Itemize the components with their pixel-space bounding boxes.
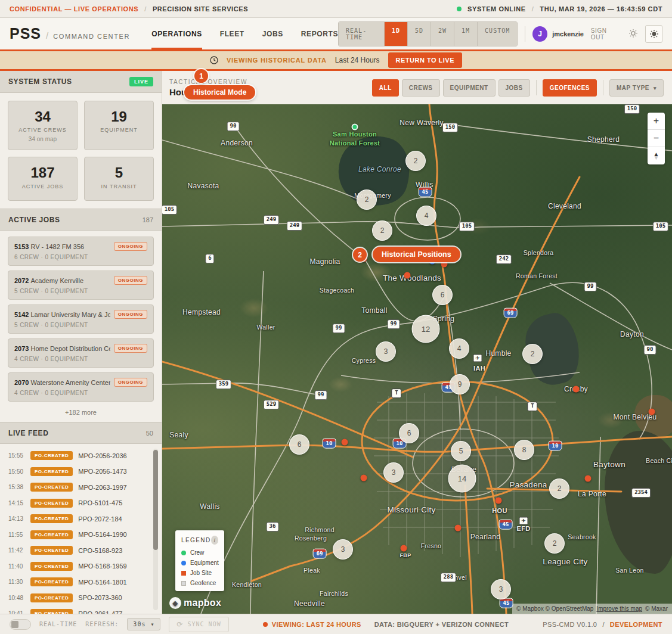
geofences-button[interactable]: GEOFENCES	[543, 79, 597, 97]
legend-item-job-site: Job Site	[181, 570, 218, 576]
feed-scrollbar-thumb[interactable]	[153, 450, 158, 550]
brightness-icon[interactable]	[628, 29, 638, 39]
system-status-title: SYSTEM STATUS	[8, 77, 72, 86]
job-marker[interactable]	[361, 475, 367, 481]
refresh-interval-select[interactable]: 30s ▾	[127, 618, 160, 630]
cluster-marker-4[interactable]: 4	[449, 338, 469, 359]
cluster-marker-2[interactable]: 2	[372, 220, 392, 241]
tab-reports[interactable]: REPORTS	[301, 18, 338, 49]
job-card[interactable]: 2072Academy KerrvilleONGOING5 CREW · 0 E…	[8, 271, 154, 300]
cluster-marker-2[interactable]: 2	[522, 344, 543, 364]
filter-equipment[interactable]: EQUIPMENT	[443, 79, 496, 97]
stat-value: 5	[88, 165, 150, 181]
feed-item[interactable]: 11:42PO-CREATEDCPO-5168-923	[8, 542, 148, 558]
job-id: 5142	[14, 311, 29, 318]
feed-item[interactable]: 10:41PO-CREATEDRPO-2061-477	[8, 605, 148, 614]
annotation-historical-positions: Historical Positions	[373, 247, 460, 262]
cluster-marker-5[interactable]: 5	[451, 441, 471, 461]
breadcrumb-separator: /	[144, 5, 147, 13]
feed-time: 14:13	[8, 515, 25, 522]
theme-toggle-button[interactable]	[645, 25, 662, 43]
improve-map-link[interactable]: Improve this map	[596, 605, 642, 612]
stat-label: EQUIPMENT	[88, 127, 150, 133]
jobs-more-link[interactable]: +182 more	[0, 406, 162, 422]
cluster-marker-2[interactable]: 2	[549, 478, 569, 499]
cluster-marker-2[interactable]: 2	[357, 189, 377, 210]
cluster-marker-3[interactable]: 3	[333, 539, 353, 560]
map-type-button[interactable]: MAP TYPE▾	[609, 79, 664, 97]
feed-item[interactable]: 14:13PO-CREATEDPPO-2072-184	[8, 511, 148, 527]
job-marker[interactable]	[649, 409, 655, 415]
cluster-marker-6[interactable]: 6	[289, 434, 309, 455]
feed-item[interactable]: 14:15PO-CREATEDRPO-5101-475	[8, 495, 148, 511]
time-range-custom[interactable]: CUSTOM	[478, 22, 517, 46]
return-to-live-button[interactable]: RETURN TO LIVE	[388, 52, 462, 68]
sign-out-button[interactable]: SIGN OUT	[591, 27, 621, 41]
realtime-toggle[interactable]	[10, 619, 31, 630]
cluster-marker-8[interactable]: 8	[514, 440, 534, 460]
username: jmckenzie	[552, 30, 584, 38]
tactical-overview-label: TACTICAL OVERVIEW	[169, 79, 247, 85]
filter-jobs[interactable]: JOBS	[498, 79, 530, 97]
environment-label: DEVELOPMENT	[610, 621, 662, 628]
cluster-marker-3[interactable]: 3	[491, 579, 511, 599]
legend-info-icon[interactable]: i	[211, 536, 218, 545]
feed-item[interactable]: 15:55PO-CREATEDMPO-2056-2036	[8, 447, 148, 464]
job-card[interactable]: 5153RV - 1482 FM 356ONGOING6 CREW · 0 EQ…	[8, 237, 154, 266]
job-marker[interactable]	[455, 525, 462, 532]
compass-button[interactable]: ▲▼	[648, 147, 665, 164]
live-feed-title: LIVE FEED	[8, 429, 48, 437]
job-marker[interactable]	[496, 498, 502, 504]
job-card[interactable]: 2070Waterstone Amenity CenterONGOING4 CR…	[8, 372, 154, 402]
time-range-2w[interactable]: 2W	[431, 22, 454, 46]
zoom-out-button[interactable]: −	[648, 130, 665, 147]
job-marker[interactable]	[401, 545, 407, 552]
cluster-marker-3[interactable]: 3	[376, 341, 396, 362]
filter-crews[interactable]: CREWS	[402, 79, 440, 97]
sync-now-button[interactable]: ⟳ SYNC NOW	[169, 617, 228, 632]
feed-item[interactable]: 11:40PO-CREATEDMPO-5168-1959	[8, 558, 148, 574]
feed-item[interactable]: 10:48PO-CREATEDSPO-2073-360	[8, 590, 148, 606]
system-online-indicator	[457, 7, 462, 11]
mapbox-logo[interactable]: ◈ mapbox	[169, 597, 221, 609]
feed-ref: MPO-5168-1959	[78, 562, 126, 570]
map-canvas[interactable]: 2 Historical Positions LEGEND i CrewEqui…	[162, 104, 672, 614]
cluster-marker-9[interactable]: 9	[450, 374, 470, 394]
avatar[interactable]: J	[532, 26, 547, 42]
crew-marker[interactable]	[352, 124, 358, 130]
feed-ref: PPO-2072-184	[78, 515, 122, 523]
time-range-real-time[interactable]: REAL-TIME	[339, 22, 385, 46]
job-meta: 4 CREW · 0 EQUIPMENT	[14, 390, 147, 396]
job-marker[interactable]	[404, 272, 411, 279]
cluster-marker-6[interactable]: 6	[432, 285, 453, 305]
feed-item[interactable]: 15:50PO-CREATEDMPO-2056-1473	[8, 464, 148, 480]
tab-operations[interactable]: OPERATIONS	[151, 18, 202, 49]
job-card[interactable]: 2073Home Depot Distribution Center Repai…	[8, 338, 154, 368]
feed-item[interactable]: 11:55PO-CREATEDMPO-5164-1990	[8, 527, 148, 543]
cluster-marker-2[interactable]: 2	[544, 533, 565, 554]
cluster-marker-6[interactable]: 6	[399, 423, 419, 443]
filter-all[interactable]: ALL	[372, 79, 399, 97]
feed-item[interactable]: 15:38PO-CREATEDMPO-2063-1997	[8, 479, 148, 495]
job-marker[interactable]	[585, 476, 592, 482]
cluster-marker-14[interactable]: 14	[448, 465, 476, 493]
cluster-marker-3[interactable]: 3	[383, 462, 404, 483]
cluster-marker-2[interactable]: 2	[405, 151, 426, 171]
feed-scrollbar-track[interactable]	[153, 449, 158, 610]
job-marker[interactable]	[573, 386, 580, 393]
tab-fleet[interactable]: FLEET	[220, 18, 244, 49]
time-range-1d[interactable]: 1D	[385, 22, 408, 46]
time-range-5d[interactable]: 5D	[408, 22, 431, 46]
brand-separator: /	[46, 30, 48, 41]
time-range-1m[interactable]: 1M	[454, 22, 478, 46]
confidential-label: CONFIDENTIAL — LIVE OPERATIONS	[10, 5, 138, 13]
cluster-marker-12[interactable]: 12	[412, 315, 440, 343]
job-marker[interactable]	[342, 439, 348, 446]
cluster-marker-4[interactable]: 4	[416, 206, 436, 226]
job-card[interactable]: 5142Lamar University Mary & John Gray Li…	[8, 304, 154, 334]
zoom-in-button[interactable]: +	[648, 113, 665, 130]
tab-jobs[interactable]: JOBS	[262, 18, 283, 49]
feed-item[interactable]: 11:30PO-CREATEDMPO-5164-1801	[8, 574, 148, 590]
feed-event-badge: PO-CREATED	[30, 483, 73, 492]
map-attribution: © Mapbox © OpenStreetMap Improve this ma…	[512, 604, 672, 614]
